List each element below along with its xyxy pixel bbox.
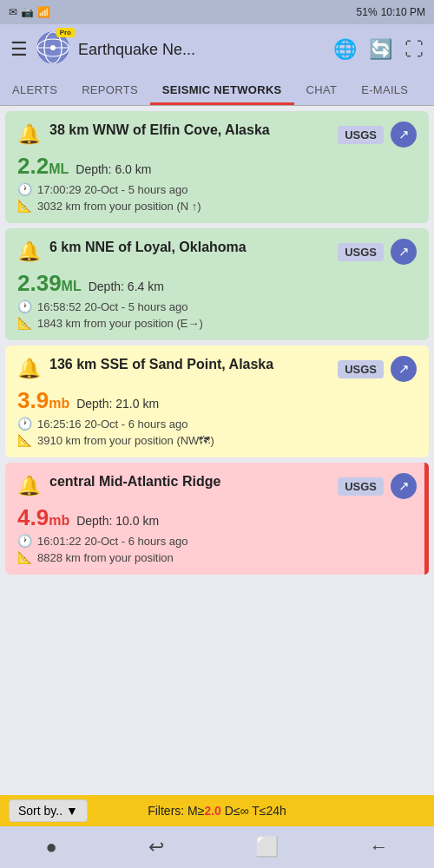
- depth-1: Depth: 6.0 km: [76, 162, 151, 176]
- magnitude-unit-2: ML: [62, 279, 82, 294]
- tab-emails[interactable]: E-MAILS: [349, 75, 420, 105]
- distance-1: 3032 km from your position (N ↑): [37, 200, 201, 213]
- navigation-bar: ● ↩ ⬜ ←: [0, 826, 434, 868]
- usgs-button-4[interactable]: USGS: [338, 477, 384, 496]
- status-icons-right: 51% 10:10 PM: [357, 6, 425, 18]
- share-button-4[interactable]: ↗: [391, 473, 417, 499]
- clock-icon-1: 🕐: [17, 182, 32, 196]
- usgs-button-2[interactable]: USGS: [338, 243, 384, 261]
- mail-icon: ✉: [9, 6, 17, 18]
- earthquake-icon-4: 🔔: [17, 475, 41, 497]
- magnitude-value-3: 3.9: [17, 387, 49, 414]
- earthquake-card-2[interactable]: 🔔 6 km NNE of Loyal, Oklahoma USGS ↗ 2.3…: [5, 228, 429, 340]
- share-button-1[interactable]: ↗: [391, 122, 417, 148]
- share-icon-4: ↗: [398, 478, 410, 494]
- sort-chevron-icon: ▼: [66, 804, 78, 818]
- hamburger-menu[interactable]: ☰: [10, 38, 28, 61]
- camera-icon: 📷: [21, 6, 34, 18]
- header-action-icons: 🌐 🔄 ⛶: [333, 38, 424, 61]
- share-icon-3: ↗: [398, 361, 410, 377]
- magnitude-value-1: 2.2: [17, 153, 49, 180]
- tab-alerts[interactable]: ALERTS: [0, 75, 69, 105]
- depth-2: Depth: 6.4 km: [89, 279, 164, 293]
- filter-text: Filters: M≥2.0 D≤∞ T≤24h: [148, 804, 286, 818]
- magnitude-value-4: 4.9: [17, 504, 49, 531]
- clock-icon-3: 🕐: [17, 417, 32, 431]
- filter-prefix: Filters: M≥: [148, 804, 204, 818]
- earthquake-icon-3: 🔔: [17, 358, 41, 380]
- earthquake-card-3[interactable]: 🔔 136 km SSE of Sand Point, Alaska USGS …: [5, 345, 429, 457]
- depth-3: Depth: 21.0 km: [76, 397, 159, 411]
- sort-label: Sort by..: [18, 804, 62, 818]
- earthquake-title-2: 6 km NNE of Loyal, Oklahoma: [49, 239, 338, 257]
- distance-2: 1843 km from your position (E→): [37, 317, 203, 330]
- earthquake-card-4[interactable]: 🔔 central Mid-Atlantic Ridge USGS ↗ 4.9m…: [5, 463, 429, 575]
- share-icon-1: ↗: [398, 127, 410, 142]
- usgs-button-3[interactable]: USGS: [338, 360, 384, 378]
- magnitude-unit-3: mb: [49, 396, 69, 411]
- status-icons-left: ✉ 📷 📶: [9, 6, 50, 18]
- earthquake-card-1[interactable]: 🔔 38 km WNW of Elfin Cove, Alaska USGS ↗…: [5, 111, 429, 223]
- accent-bar-4: [424, 463, 429, 575]
- nav-home-icon[interactable]: ●: [45, 836, 56, 858]
- app-title: Earthquake Ne...: [78, 41, 325, 59]
- pro-badge: Pro: [56, 28, 75, 37]
- earthquake-list: 🔔 38 km WNW of Elfin Cove, Alaska USGS ↗…: [0, 106, 434, 672]
- magnitude-value-2: 2.39: [17, 270, 62, 297]
- refresh-icon[interactable]: 🔄: [369, 38, 392, 61]
- depth-4: Depth: 10.0 km: [76, 514, 159, 528]
- distance-icon-3: 📐: [17, 433, 32, 447]
- tab-reports[interactable]: REPORTS: [69, 75, 150, 105]
- battery-text: 51%: [357, 6, 378, 18]
- usgs-button-1[interactable]: USGS: [338, 126, 384, 144]
- time-2: 16:58:52 20-Oct - 5 hours ago: [37, 300, 187, 313]
- distance-4: 8828 km from your position: [37, 551, 174, 564]
- nav-recents-icon[interactable]: ↩: [148, 836, 164, 858]
- distance-icon-2: 📐: [17, 316, 32, 330]
- nav-back-icon[interactable]: ←: [370, 836, 389, 858]
- tab-seismic-networks[interactable]: SEISMIC NETWORKS: [150, 75, 294, 105]
- share-icon-2: ↗: [398, 244, 410, 260]
- sort-button[interactable]: Sort by.. ▼: [9, 799, 88, 822]
- tab-chat[interactable]: CHAT: [294, 75, 350, 105]
- earthquake-icon-2: 🔔: [17, 240, 41, 263]
- share-button-3[interactable]: ↗: [391, 356, 417, 382]
- earthquake-title-4: central Mid-Atlantic Ridge: [49, 473, 338, 491]
- earthquake-title-1: 38 km WNW of Elfin Cove, Alaska: [49, 122, 338, 140]
- filter-magnitude: 2.0: [204, 804, 220, 818]
- time-1: 17:00:29 20-Oct - 5 hours ago: [37, 183, 187, 196]
- distance-icon-1: 📐: [17, 199, 32, 213]
- time-4: 16:01:22 20-Oct - 6 hours ago: [37, 535, 187, 548]
- magnitude-unit-1: ML: [49, 161, 69, 177]
- filter-bar: Sort by.. ▼ Filters: M≥2.0 D≤∞ T≤24h: [0, 795, 434, 826]
- share-button-2[interactable]: ↗: [391, 239, 417, 265]
- magnitude-unit-4: mb: [49, 513, 69, 529]
- clock-icon-2: 🕐: [17, 299, 32, 313]
- filter-rest: D≤∞ T≤24h: [221, 804, 286, 818]
- tab-bar: ALERTS REPORTS SEISMIC NETWORKS CHAT E-M…: [0, 75, 434, 106]
- nav-overview-icon[interactable]: ⬜: [255, 836, 279, 858]
- expand-icon[interactable]: ⛶: [404, 38, 424, 61]
- globe-icon[interactable]: 🌐: [333, 38, 357, 61]
- status-bar: ✉ 📷 📶 51% 10:10 PM: [0, 0, 434, 24]
- distance-icon-4: 📐: [17, 550, 32, 564]
- signal-icon: 📶: [37, 6, 50, 18]
- earthquake-icon-1: 🔔: [17, 123, 41, 146]
- header: ☰ Pro Earthquake Ne... 🌐 🔄 ⛶: [0, 24, 434, 75]
- distance-3: 3910 km from your position (NW🗺): [37, 434, 214, 447]
- time-text: 10:10 PM: [381, 6, 425, 18]
- app-logo-wrap: Pro: [36, 31, 69, 68]
- clock-icon-4: 🕐: [17, 534, 32, 548]
- time-3: 16:25:16 20-Oct - 6 hours ago: [37, 418, 187, 431]
- earthquake-title-3: 136 km SSE of Sand Point, Alaska: [49, 356, 338, 374]
